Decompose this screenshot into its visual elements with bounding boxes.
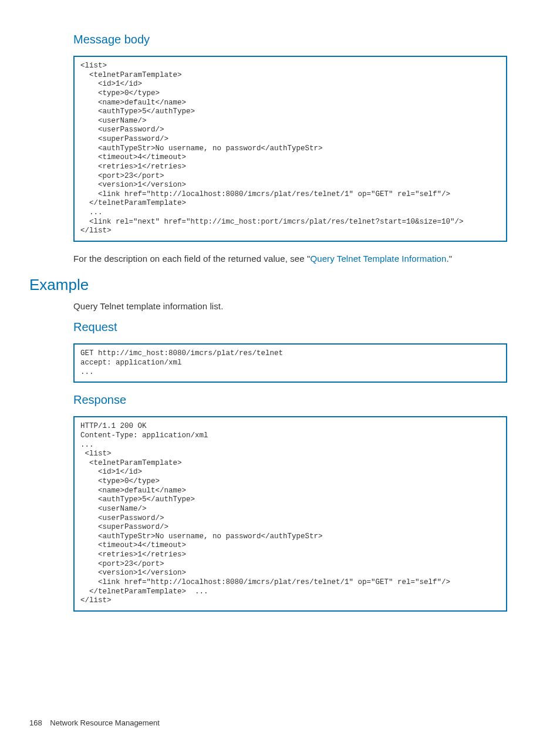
field-desc-suffix: ." bbox=[446, 254, 452, 264]
field-description-paragraph: For the description on each field of the… bbox=[73, 252, 507, 265]
page-number: 168 bbox=[29, 718, 42, 727]
field-desc-prefix: For the description on each field of the… bbox=[73, 254, 310, 264]
link-query-telnet-template-information[interactable]: Query Telnet Template Information bbox=[310, 254, 446, 264]
code-response: HTTP/1.1 200 OK Content-Type: applicatio… bbox=[73, 416, 507, 612]
page-footer: 168 Network Resource Management bbox=[29, 718, 160, 727]
code-request: GET http://imc_host:8080/imcrs/plat/res/… bbox=[73, 343, 507, 383]
heading-example: Example bbox=[29, 276, 507, 294]
code-message-body: <list> <telnetParamTemplate> <id>1</id> … bbox=[73, 56, 507, 242]
heading-request: Request bbox=[73, 320, 507, 334]
example-intro: Query Telnet template information list. bbox=[73, 300, 507, 313]
heading-message-body: Message body bbox=[73, 33, 507, 46]
heading-response: Response bbox=[73, 393, 507, 407]
footer-chapter: Network Resource Management bbox=[50, 718, 159, 727]
